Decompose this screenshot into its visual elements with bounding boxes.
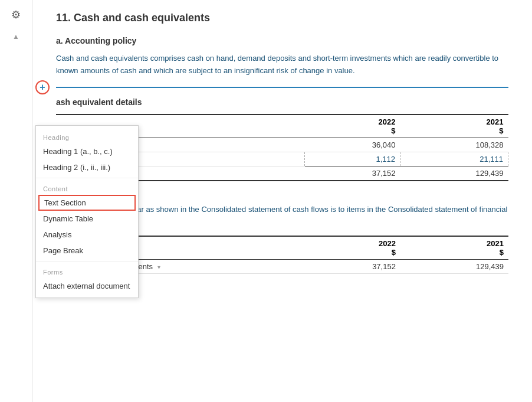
row-val1: 37,152 [305, 259, 400, 273]
gear-icon: ⚙ [11, 8, 21, 21]
left-panel: ⚙ ▲ [0, 0, 32, 402]
col-2021-header: 2021 $ [400, 115, 508, 138]
row-val2: 129,439 [400, 166, 508, 181]
menu-item-page-break[interactable]: Page Break [36, 243, 138, 259]
row-val1: 1,112 [305, 152, 400, 166]
row-val2: 21,111 [400, 152, 508, 166]
policy-text: Cash and cash equivalents comprises cash… [56, 53, 508, 77]
insert-divider: + [56, 87, 508, 88]
cash-equiv-heading: ash equivalent details [56, 97, 508, 107]
menu-item-text-section[interactable]: Text Section [38, 195, 136, 211]
up-arrow-icon: ▲ [12, 32, 19, 41]
menu-item-attach-doc[interactable]: Attach external document [36, 278, 138, 294]
forms-category-label: Forms [36, 264, 138, 278]
menu-item-analysis[interactable]: Analysis [36, 227, 138, 243]
divider-line [56, 87, 508, 88]
menu-divider-2 [36, 261, 138, 262]
menu-divider [36, 178, 138, 178]
gear-button[interactable]: ⚙ [7, 6, 25, 24]
dropdown-arrow-icon[interactable]: ▾ [157, 264, 160, 270]
col-2022-header: 2022 $ [305, 115, 400, 138]
content-category-label: Content [36, 181, 138, 195]
col2-header: 2022 $ [305, 236, 400, 260]
row-val2: 108,328 [400, 138, 508, 152]
main-content: 11. Cash and cash equivalents a. Account… [32, 0, 532, 402]
add-section-button[interactable]: + [35, 80, 50, 94]
row-val2: 129,439 [400, 259, 508, 273]
scroll-up-arrow[interactable]: ▲ [12, 32, 19, 41]
section-a-heading: a. Accounting policy [56, 36, 508, 45]
menu-item-heading2[interactable]: Heading 2 (i., ii., iii.) [36, 159, 138, 175]
menu-item-heading1[interactable]: Heading 1 (a., b., c.) [36, 143, 138, 159]
row-val1: 36,040 [305, 138, 400, 152]
page-title: 11. Cash and cash equivalents [56, 12, 508, 24]
menu-item-dynamic-table[interactable]: Dynamic Table [36, 211, 138, 227]
row-val1: 37,152 [305, 166, 400, 181]
heading-category-label: Heading [36, 129, 138, 143]
insert-dropdown-menu: Heading Heading 1 (a., b., c.) Heading 2… [35, 125, 139, 298]
col3-header: 2021 $ [400, 236, 508, 260]
